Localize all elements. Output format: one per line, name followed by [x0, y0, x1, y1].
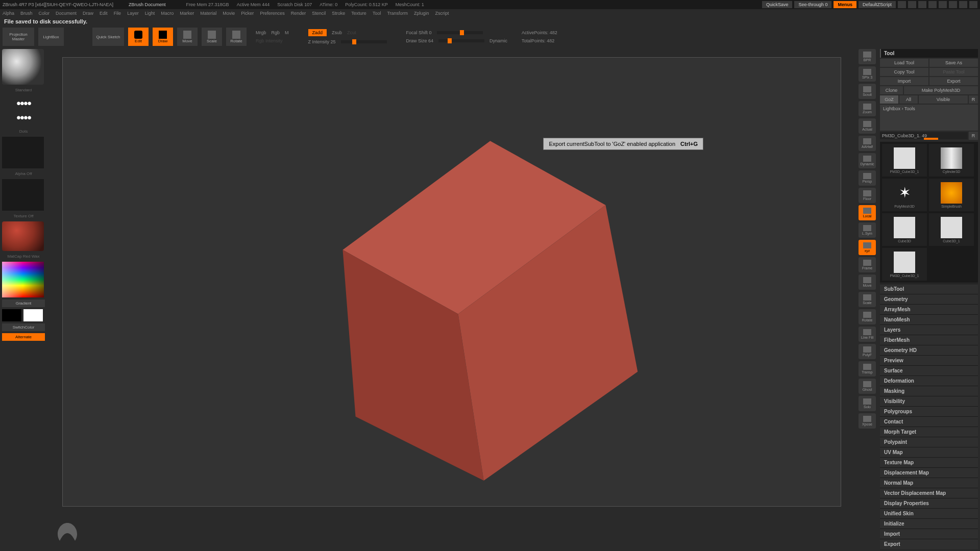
quicksave-button[interactable]: QuickSave — [762, 1, 793, 8]
shelf-frame[interactable]: Frame — [859, 257, 876, 272]
menu-macro[interactable]: Macro — [161, 11, 174, 16]
tool-thumb-polymesh3d[interactable]: ✶PolyMesh3D — [882, 179, 927, 211]
edit-button[interactable]: Edit — [128, 28, 149, 46]
shelf-polyf[interactable]: PolyF — [859, 344, 876, 359]
shelf-xpose[interactable]: Xpose — [859, 413, 876, 429]
tool-thumb-cube3d[interactable]: Cube3D — [882, 213, 927, 246]
export-button[interactable]: Export — [929, 77, 978, 85]
accordion-normal-map[interactable]: Normal Map — [880, 478, 978, 488]
shelf-floor[interactable]: Floor — [859, 188, 876, 203]
accordion-visibility[interactable]: Visibility — [880, 396, 978, 406]
zsub-button[interactable]: Zsub — [332, 30, 342, 35]
tool-slider-handle[interactable] — [924, 138, 938, 140]
defaultscript-button[interactable]: DefaultZScript — [859, 1, 896, 8]
shelf-line-fill[interactable]: Line Fill — [859, 327, 876, 342]
menu-draw[interactable]: Draw — [83, 11, 93, 16]
menu-document[interactable]: Document — [56, 11, 77, 16]
accordion-contact[interactable]: Contact — [880, 416, 978, 427]
accordion-import[interactable]: Import — [880, 529, 978, 539]
seethrough-button[interactable]: See-through 0 — [794, 1, 831, 8]
accordion-deformation[interactable]: Deformation — [880, 375, 978, 386]
menu-zplugin[interactable]: Zplugin — [414, 11, 429, 16]
goz-button[interactable]: GoZ — [880, 95, 898, 104]
swatch-black[interactable] — [2, 309, 21, 321]
window-icon[interactable] — [898, 1, 906, 8]
accordion-surface[interactable]: Surface — [880, 365, 978, 375]
shelf-scale[interactable]: Scale — [859, 292, 876, 307]
minimize-icon[interactable] — [949, 1, 957, 8]
accordion-polypaint[interactable]: Polypaint — [880, 437, 978, 447]
close-icon[interactable] — [969, 1, 977, 8]
accordion-masking[interactable]: Masking — [880, 386, 978, 396]
make-polymesh3d-button[interactable]: Make PolyMesh3D — [904, 86, 978, 94]
shelf-actual[interactable]: Actual — [859, 118, 876, 134]
focal-shift-slider[interactable] — [437, 31, 483, 34]
shelf-l-sym[interactable]: L.Sym — [859, 222, 876, 238]
zadd-button[interactable]: Zadd — [308, 29, 327, 36]
menu-picker[interactable]: Picker — [241, 11, 254, 16]
copy-tool-button[interactable]: Copy Tool — [880, 68, 928, 76]
menu-light[interactable]: Light — [145, 11, 155, 16]
paste-tool-button[interactable]: Paste Tool — [929, 68, 978, 76]
menu-brush[interactable]: Brush — [20, 11, 33, 16]
texture-thumbnail[interactable] — [2, 179, 44, 211]
menu-movie[interactable]: Movie — [223, 11, 235, 16]
menu-preferences[interactable]: Preferences — [260, 11, 285, 16]
tool-thumb-simplebrush[interactable]: SimpleBrush — [929, 179, 974, 211]
menu-transform[interactable]: Transform — [387, 11, 408, 16]
accordion-polygroups[interactable]: Polygroups — [880, 406, 978, 416]
accordion-unified-skin[interactable]: Unified Skin — [880, 508, 978, 518]
dynamic-label[interactable]: Dynamic — [489, 38, 507, 43]
menu-stencil[interactable]: Stencil — [312, 11, 326, 16]
maximize-icon[interactable] — [959, 1, 967, 8]
accordion-geometry-hd[interactable]: Geometry HD — [880, 345, 978, 355]
accordion-preview[interactable]: Preview — [880, 355, 978, 365]
menu-render[interactable]: Render — [291, 11, 306, 16]
menu-tool[interactable]: Tool — [373, 11, 381, 16]
menu-alpha[interactable]: Alpha — [3, 11, 14, 16]
m-button[interactable]: M — [285, 30, 289, 35]
menu-color[interactable]: Color — [39, 11, 50, 16]
accordion-vector-displacement-map[interactable]: Vector Displacement Map — [880, 488, 978, 498]
draw-button[interactable]: Draw — [153, 28, 173, 46]
save-as-button[interactable]: Save As — [929, 59, 978, 67]
shelf-dynamic[interactable]: Dynamic — [859, 153, 876, 168]
draw-size-slider[interactable] — [438, 39, 484, 42]
color-picker[interactable] — [2, 262, 44, 297]
menu-texture[interactable]: Texture — [351, 11, 366, 16]
tool-thumb-cylinder3d[interactable]: Cylinder3D — [929, 144, 974, 177]
zcut-button[interactable]: Zcut — [347, 30, 356, 35]
accordion-uv-map[interactable]: UV Map — [880, 447, 978, 457]
menu-marker[interactable]: Marker — [180, 11, 194, 16]
shelf-zoom[interactable]: Zoom — [859, 101, 876, 116]
lightbox-button[interactable]: LightBox — [38, 28, 64, 46]
mrgb-button[interactable]: Mrgb — [256, 30, 266, 35]
menu-edit[interactable]: Edit — [100, 11, 108, 16]
scale-button[interactable]: Scale — [202, 28, 222, 46]
viewport[interactable] — [62, 57, 841, 507]
menu-material[interactable]: Material — [200, 11, 216, 16]
rotate-button[interactable]: Rotate — [226, 28, 247, 46]
goz-r-button[interactable]: R — [969, 95, 978, 104]
import-button[interactable]: Import — [880, 77, 928, 85]
shelf-persp[interactable]: Persp — [859, 170, 876, 186]
move-button[interactable]: Move — [177, 28, 198, 46]
menu-layer[interactable]: Layer — [127, 11, 139, 16]
accordion-initialize[interactable]: Initialize — [880, 518, 978, 529]
shelf-spix-3[interactable]: SPix 3 — [859, 66, 876, 82]
accordion-export[interactable]: Export — [880, 539, 978, 549]
brush-thumbnail[interactable] — [2, 49, 44, 85]
shelf-aahalf[interactable]: AAHalf — [859, 136, 876, 151]
shelf-move[interactable]: Move — [859, 274, 876, 290]
z-intensity-slider[interactable] — [341, 40, 387, 43]
shelf-local[interactable]: Local — [859, 205, 876, 220]
menus-button[interactable]: Menus — [834, 1, 856, 8]
switchcolor-button[interactable]: SwitchColor — [2, 323, 45, 331]
goz-visible-button[interactable]: Visible — [919, 95, 968, 104]
load-tool-button[interactable]: Load Tool — [880, 59, 928, 67]
accordion-morph-target[interactable]: Morph Target — [880, 427, 978, 437]
shelf-transp[interactable]: Transp — [859, 361, 876, 377]
window-icon[interactable] — [918, 1, 926, 8]
gradient-button[interactable]: Gradient — [2, 299, 45, 307]
goz-all-button[interactable]: All — [899, 95, 918, 104]
